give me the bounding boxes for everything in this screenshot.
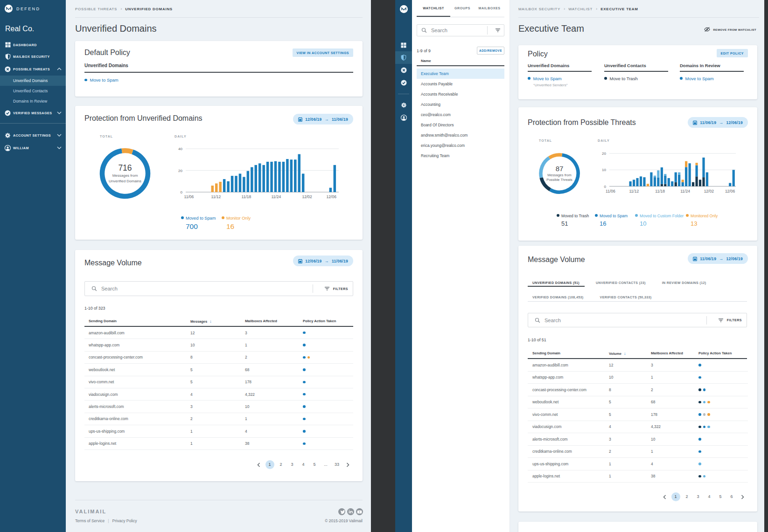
sidebar-subitem-domains-in-review[interactable]: Domains In Review <box>0 96 66 106</box>
table-row[interactable]: concast-processing-center.com 8 2 <box>84 352 353 364</box>
breadcrumb-parent[interactable]: POSSIBLE THREATS <box>75 7 117 11</box>
col-sorted[interactable]: Volume↓ <box>609 351 626 356</box>
table-row[interactable]: weboutlook.net 5 68 <box>84 364 353 376</box>
rail-item-mailbox-security[interactable] <box>395 51 412 64</box>
sidebar-item-account-settings[interactable]: ACCOUNT SETTINGS <box>0 130 66 140</box>
page-button[interactable]: 2 <box>683 492 691 501</box>
table-row[interactable]: weboutlook.net 5 68 <box>528 396 748 409</box>
col-sending-domain[interactable]: Sending Domain <box>89 319 117 323</box>
sidebar-item-user-william[interactable]: WILLIAM <box>0 143 66 153</box>
col-mailboxes[interactable]: Mailboxes Affected <box>245 319 277 323</box>
date-range-chip[interactable]: 11/06/19→12/06/19 <box>688 253 748 264</box>
message-volume-search-input[interactable] <box>101 286 313 291</box>
tab-groups[interactable]: GROUPS <box>452 0 473 17</box>
page-button[interactable]: 4 <box>299 460 308 469</box>
date-range-chip[interactable]: 12/06/19→11/06/19 <box>293 114 353 124</box>
watchlist-item[interactable]: Accounts Payable <box>417 79 504 89</box>
filters-button[interactable]: FILTERS <box>313 286 353 291</box>
sidebar-subitem-unverified-contacts[interactable]: Unverified Contacts <box>0 86 66 96</box>
sidebar-item-possible-threats[interactable]: POSSIBLE THREATS <box>0 64 66 74</box>
page-button[interactable]: 5 <box>716 492 725 501</box>
tab-verified-domains[interactable]: VERIFIED DOMAINS (108,453) <box>528 294 588 301</box>
sidebar-chevron-wrap <box>57 134 62 137</box>
watchlist-search-input[interactable] <box>431 28 487 33</box>
sidebar-item-dashboard[interactable]: DASHBOARD <box>0 40 66 50</box>
message-volume-search-input[interactable] <box>545 318 706 323</box>
table-row[interactable]: vivo-comm.net 5 178 <box>528 408 748 421</box>
col-sorted[interactable]: Messages↓ <box>190 319 212 324</box>
table-row[interactable]: vivo-comm.net 5 178 <box>84 376 353 388</box>
twitter-icon[interactable] <box>338 508 345 515</box>
page-next-button[interactable] <box>741 495 744 499</box>
sidebar-item-verified-messages[interactable]: VERIFIED MESSAGES <box>0 108 66 118</box>
tab-unverified-contacts[interactable]: UNVERIFIED CONTACTS (23) <box>591 279 650 287</box>
tab-watchlist[interactable]: WATCHLIST <box>417 0 450 17</box>
table-row[interactable]: amazon-audibill.com 12 3 <box>528 359 748 372</box>
breadcrumb-parent[interactable]: WATCHLIST <box>568 7 593 11</box>
watchlist-item[interactable]: Board Of Directors <box>417 120 504 130</box>
col-policy-action[interactable]: Policy Action Taken <box>698 351 732 355</box>
page-button[interactable]: 1 <box>671 492 680 501</box>
table-row[interactable]: apple-logins.net 1 38 <box>528 470 748 483</box>
rail-item-account-settings[interactable] <box>395 99 412 111</box>
table-row[interactable]: viadocusign.com 4 4,322 <box>84 388 353 401</box>
page-button[interactable]: 3 <box>288 460 297 469</box>
rail-item-possible-threats[interactable] <box>395 64 412 76</box>
page-next-button[interactable] <box>346 463 349 467</box>
remove-from-watchlist-button[interactable]: REMOVE FROM WATCHLIST <box>704 27 757 32</box>
app-logo[interactable] <box>395 3 412 15</box>
table-row[interactable]: whatspp-app.com 10 1 <box>84 339 353 351</box>
rail-item-dashboard[interactable] <box>395 39 412 51</box>
table-row[interactable]: amazon-audibill.com 12 3 <box>84 327 353 339</box>
page-button[interactable]: 3 <box>694 492 703 501</box>
page-button[interactable]: 6 <box>727 492 736 501</box>
watchlist-filter-button[interactable] <box>488 28 504 33</box>
watchlist-item[interactable]: Accounting <box>417 99 504 110</box>
tab-in-review-domains[interactable]: IN REVIEW DOMAINS (12) <box>657 279 711 287</box>
add-remove-button[interactable]: ADD/REMOVE <box>477 47 504 55</box>
rail-item-verified-messages[interactable] <box>395 76 412 89</box>
table-row[interactable]: alerts-microsoft.com 3 10 <box>528 433 748 446</box>
page-prev-button[interactable] <box>663 495 666 499</box>
page-button[interactable]: 4 <box>705 492 714 501</box>
table-row[interactable]: creditkarna-online.com 2 1 <box>84 413 353 425</box>
page-prev-button[interactable] <box>257 463 260 467</box>
col-mailboxes[interactable]: Mailboxes Affected <box>651 351 683 355</box>
edit-policy-button[interactable]: EDIT POLICY <box>717 49 748 57</box>
breadcrumb-root[interactable]: MAILBOX SECURITY <box>518 7 560 11</box>
table-row[interactable]: ups-us-shipping.com 1 4 <box>528 458 748 470</box>
date-range-chip[interactable]: 11/06/19→12/06/19 <box>688 117 748 128</box>
terms-link[interactable]: Terms of Service <box>75 518 105 523</box>
page-button[interactable]: 2 <box>277 460 286 469</box>
col-policy-action[interactable]: Policy Action Taken <box>303 319 336 323</box>
col-sending-domain[interactable]: Sending Domain <box>532 351 560 355</box>
sidebar-subitem-unverified-domains[interactable]: Unverified Domains <box>0 76 66 86</box>
page-button[interactable]: 1 <box>265 460 274 469</box>
table-row[interactable]: apple-logins.net 1 38 <box>84 438 353 450</box>
filters-button[interactable]: FILTERS <box>707 318 747 323</box>
linkedin-icon[interactable] <box>347 508 354 515</box>
name-column-header[interactable]: Name <box>421 59 431 63</box>
table-row[interactable]: alerts-microsoft.com 3 10 <box>84 401 353 413</box>
tab-verified-contacts[interactable]: VERIFIED CONTACTS (50,333) <box>595 294 656 301</box>
table-row[interactable]: creditkarna-online.com 2 1 <box>528 446 748 458</box>
rail-item-user[interactable] <box>395 111 412 124</box>
table-row[interactable]: concast-processing-center.com 8 2 <box>528 384 748 396</box>
watchlist-item[interactable]: erica.young@realco.com <box>417 140 504 151</box>
watchlist-item[interactable]: Accounts Receivable <box>417 89 504 99</box>
watchlist-item[interactable]: Recruiting Team <box>417 151 504 161</box>
youtube-icon[interactable] <box>356 508 363 515</box>
view-in-account-settings-button[interactable]: VIEW IN ACCOUNT SETTINGS <box>293 48 353 57</box>
table-row[interactable]: whatspp-app.com 10 1 <box>528 372 748 384</box>
watchlist-item[interactable]: ceo@realco.com <box>417 110 504 120</box>
page-button[interactable]: 33 <box>333 460 342 469</box>
watchlist-item[interactable]: andrew.smith@realco.com <box>417 130 504 140</box>
watchlist-item[interactable]: Executive Team <box>417 69 504 79</box>
privacy-link[interactable]: Privacy Policy <box>112 518 137 523</box>
page-button[interactable]: 5 <box>310 460 319 469</box>
table-row[interactable]: ups-us-shipping.com 1 4 <box>84 425 353 437</box>
sidebar-item-mailbox-security[interactable]: MAILBOX SECURITY <box>0 51 66 62</box>
date-range-chip[interactable]: 12/06/19→11/06/19 <box>293 256 353 266</box>
tab-mailboxes[interactable]: MAILBOXES <box>475 0 504 17</box>
table-row[interactable]: viadocusign.com 4 4,322 <box>528 421 748 434</box>
